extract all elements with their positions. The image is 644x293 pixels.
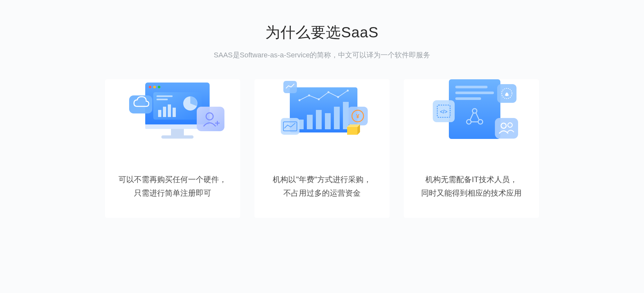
feature-card-tech: </> 机构无需配备IT技术人员， 同时又能得到相应的技术应用 [404,79,539,218]
svg-rect-16 [197,107,224,131]
feature-card-hardware: 可以不需再购买任何一个硬件， 只需进行简单注册即可 [105,79,240,218]
chart-finance-icon: ¥ [254,70,390,153]
svg-rect-2 [171,129,184,135]
svg-point-5 [153,86,156,88]
svg-rect-39 [347,127,357,135]
section-subtitle: SAAS是Software-as-a-Service的简称，中文可以译为一个软件… [0,50,644,60]
svg-rect-43 [455,86,488,88]
svg-point-32 [347,90,349,92]
svg-rect-44 [455,92,494,94]
section-header: 为什么要选SaaS SAAS是Software-as-a-Service的简称，… [0,23,644,60]
svg-point-29 [318,98,320,100]
svg-point-28 [308,94,310,96]
card-line: 机构无需配备IT技术人员， [421,173,522,186]
svg-rect-23 [316,110,322,129]
svg-rect-45 [455,97,481,100]
svg-rect-11 [163,107,166,117]
svg-rect-22 [307,115,313,129]
feature-card-fee: ¥ 机构以"年费"方式进行采购， 不占用过多的运营资金 [254,79,390,218]
svg-point-30 [327,91,329,93]
svg-rect-33 [283,81,297,93]
svg-rect-9 [156,99,168,100]
section-title: 为什么要选SaaS [0,23,644,43]
card-line: 机构以"年费"方式进行采购， [273,173,371,186]
svg-rect-13 [173,108,176,117]
card-text: 机构无需配备IT技术人员， 同时又能得到相应的技术应用 [408,173,535,200]
svg-point-4 [149,86,151,88]
svg-rect-10 [158,110,161,117]
svg-rect-25 [334,107,340,129]
svg-point-6 [158,86,160,88]
svg-rect-24 [325,113,331,129]
card-text: 可以不需再购买任何一个硬件， 只需进行简单注册即可 [106,173,240,200]
svg-rect-8 [156,95,173,97]
card-line: 只需进行简单注册即可 [118,186,227,200]
svg-rect-3 [161,135,194,139]
card-line: 同时又能得到相应的技术应用 [421,186,522,200]
card-text: 机构以"年费"方式进行采购， 不占用过多的运营资金 [260,173,384,200]
svg-point-31 [337,96,339,98]
document-tech-icon: </> [404,70,539,153]
svg-text:</>: </> [440,109,447,114]
svg-point-27 [298,99,300,101]
feature-cards: 可以不需再购买任何一个硬件， 只需进行简单注册即可 [0,79,644,218]
svg-text:¥: ¥ [356,113,359,120]
svg-rect-55 [495,118,518,139]
card-line: 不占用过多的运营资金 [273,186,371,200]
monitor-dashboard-icon [105,70,240,153]
card-line: 可以不需再购买任何一个硬件， [118,173,227,186]
svg-rect-12 [168,104,171,117]
